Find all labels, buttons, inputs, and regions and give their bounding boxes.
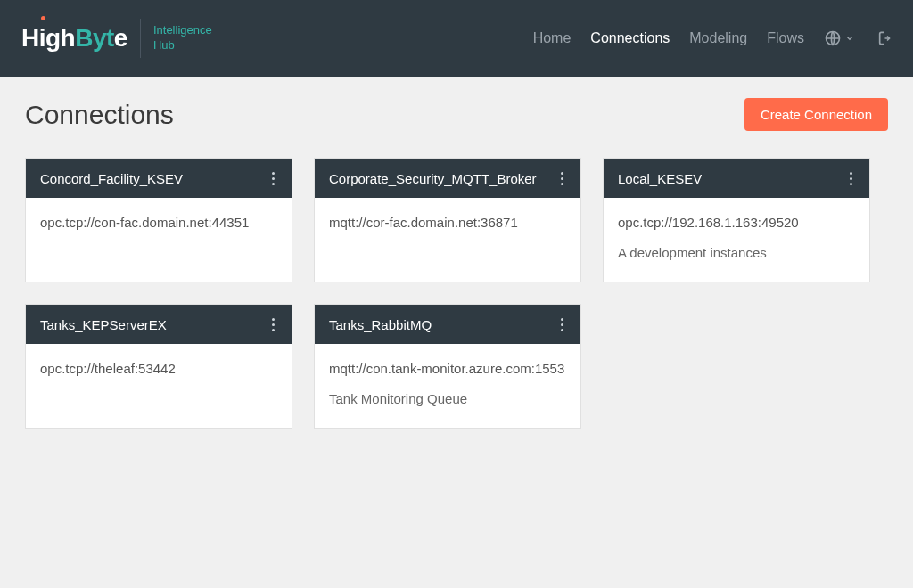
connection-name: Concord_Facility_KSEV bbox=[40, 171, 183, 186]
connection-name: Tanks_RabbitMQ bbox=[329, 317, 432, 332]
logo[interactable]: HighByte bbox=[21, 24, 127, 53]
create-connection-button[interactable]: Create Connection bbox=[744, 98, 888, 131]
card-body: mqtt://cor-fac.domain.net:36871 bbox=[315, 198, 580, 260]
card-body: opc.tcp://con-fac.domain.net:44351 bbox=[26, 198, 292, 260]
connection-description: A development instances bbox=[618, 242, 855, 264]
nav-modeling[interactable]: Modeling bbox=[689, 30, 747, 46]
connection-url: opc.tcp://con-fac.domain.net:44351 bbox=[40, 212, 277, 233]
card-menu-button[interactable] bbox=[554, 314, 570, 335]
card-header: Concord_Facility_KSEV bbox=[26, 159, 292, 198]
connection-url: opc.tcp://192.168.1.163:49520 bbox=[618, 212, 855, 233]
connection-card[interactable]: Corporate_Security_MQTT_Broker mqtt://co… bbox=[314, 158, 581, 282]
chevron-down-icon bbox=[845, 34, 854, 43]
card-body: opc.tcp://192.168.1.163:49520 A developm… bbox=[604, 198, 869, 282]
card-menu-button[interactable] bbox=[843, 167, 859, 189]
connection-name: Tanks_KEPServerEX bbox=[40, 317, 167, 332]
card-header: Corporate_Security_MQTT_Broker bbox=[315, 159, 580, 198]
connection-card[interactable]: Concord_Facility_KSEV opc.tcp://con-fac.… bbox=[25, 158, 292, 282]
connection-url: opc.tcp://theleaf:53442 bbox=[40, 358, 277, 380]
connection-url: mqtt://con.tank-monitor.azure.com:1553 bbox=[329, 358, 566, 380]
card-menu-button[interactable] bbox=[265, 314, 281, 335]
nav-right: Home Connections Modeling Flows bbox=[533, 29, 892, 47]
brand-subtitle-line1: Intelligence bbox=[153, 23, 212, 38]
card-menu-button[interactable] bbox=[554, 167, 570, 189]
brand-subtitle-line2: Hub bbox=[153, 38, 212, 53]
connection-url: mqtt://cor-fac.domain.net:36871 bbox=[329, 212, 566, 233]
card-header: Tanks_RabbitMQ bbox=[315, 305, 580, 344]
card-header: Tanks_KEPServerEX bbox=[26, 305, 292, 344]
top-navbar: HighByte Intelligence Hub Home Connectio… bbox=[0, 0, 913, 77]
card-body: mqtt://con.tank-monitor.azure.com:1553 T… bbox=[315, 344, 580, 428]
page-title: Connections bbox=[25, 100, 174, 130]
card-menu-button[interactable] bbox=[265, 167, 281, 189]
page-content: Connections Create Connection Concord_Fa… bbox=[0, 77, 913, 450]
brand-divider bbox=[140, 19, 141, 58]
brand-subtitle: Intelligence Hub bbox=[153, 23, 212, 53]
card-header: Local_KESEV bbox=[604, 159, 869, 198]
globe-icon bbox=[824, 29, 842, 47]
logout-button[interactable] bbox=[874, 29, 892, 47]
connection-card[interactable]: Local_KESEV opc.tcp://192.168.1.163:4952… bbox=[603, 158, 870, 282]
nav-home[interactable]: Home bbox=[533, 30, 572, 46]
brand-block: HighByte Intelligence Hub bbox=[21, 19, 212, 58]
connection-card[interactable]: Tanks_RabbitMQ mqtt://con.tank-monitor.a… bbox=[314, 304, 581, 429]
globe-dropdown[interactable] bbox=[824, 29, 854, 47]
logout-icon bbox=[874, 29, 892, 47]
nav-connections[interactable]: Connections bbox=[590, 30, 670, 46]
page-header: Connections Create Connection bbox=[25, 98, 888, 131]
connections-grid: Concord_Facility_KSEV opc.tcp://con-fac.… bbox=[25, 158, 888, 429]
connection-name: Corporate_Security_MQTT_Broker bbox=[329, 171, 537, 186]
nav-flows[interactable]: Flows bbox=[767, 30, 804, 46]
connection-name: Local_KESEV bbox=[618, 171, 702, 186]
connection-description: Tank Monitoring Queue bbox=[329, 388, 566, 410]
connection-card[interactable]: Tanks_KEPServerEX opc.tcp://theleaf:5344… bbox=[25, 304, 292, 429]
card-body: opc.tcp://theleaf:53442 bbox=[26, 344, 292, 406]
